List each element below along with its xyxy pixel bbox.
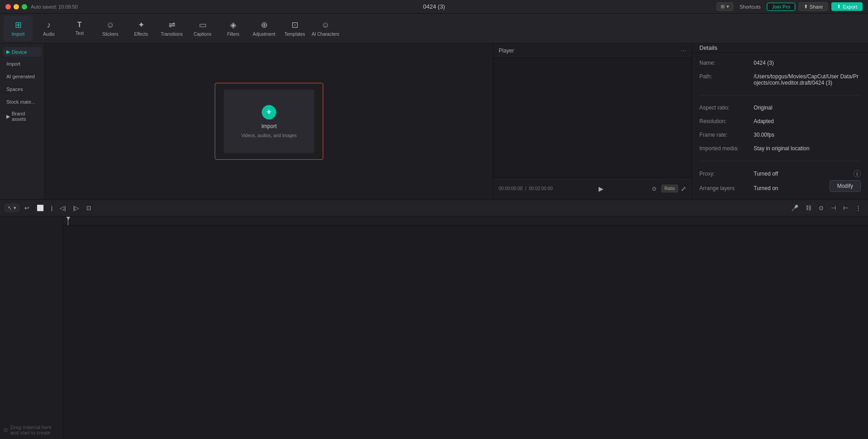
- import-sublabel: Videos, audios, and images: [241, 133, 297, 138]
- tool-import-label: Import: [12, 32, 24, 37]
- transitions-icon: ⇌: [169, 20, 175, 30]
- cursor-icon: ↖: [8, 205, 12, 211]
- minimize-button[interactable]: [14, 4, 19, 10]
- mic-button[interactable]: 🎤: [789, 203, 801, 213]
- detail-framerate-label: Frame rate:: [699, 132, 754, 138]
- sidebar-item-import[interactable]: Import: [3, 58, 42, 69]
- detail-imported-media-row: Imported media: Stay in original locatio…: [699, 145, 861, 152]
- align-button[interactable]: ⊢: [841, 203, 850, 213]
- playhead: [68, 217, 68, 225]
- detail-proxy-value: Turned off: [754, 171, 854, 177]
- detail-imported-media-label: Imported media:: [699, 145, 754, 152]
- tool-templates-label: Templates: [284, 32, 305, 37]
- tool-transitions-label: Transitions: [161, 32, 183, 37]
- tool-effects[interactable]: ✦ Effects: [127, 16, 156, 41]
- delete-button[interactable]: |: [49, 203, 55, 213]
- share-icon: ⬆: [804, 4, 808, 10]
- import-dropzone[interactable]: + Import Videos, audios, and images: [215, 83, 323, 160]
- join-pro-button[interactable]: Join Pro: [767, 3, 795, 11]
- detail-aspect-label: Aspect ratio:: [699, 105, 754, 111]
- drag-hint-label: Drag material here and start to create: [10, 425, 59, 435]
- tool-transitions[interactable]: ⇌ Transitions: [157, 16, 186, 41]
- sidebar-item-brand-assets[interactable]: ▶ Brand assets: [3, 109, 42, 124]
- tool-adjustment[interactable]: ⊕ Adjustment: [250, 16, 278, 41]
- select-tool-dropdown[interactable]: ↖ ▾: [5, 204, 19, 212]
- ratio-button[interactable]: Ratio: [661, 185, 678, 192]
- magnet-button[interactable]: ⊙: [816, 203, 826, 213]
- brand-assets-arrow: ▶: [6, 114, 10, 119]
- detail-divider-2: [699, 161, 861, 161]
- device-arrow: ▶: [6, 49, 10, 55]
- sidebar-item-spaces[interactable]: Spaces: [3, 84, 42, 95]
- player-controls: 00:00:00:00 / 00:02:00:00 ▶ ⊙ Ratio ⤢: [493, 177, 692, 199]
- effects-icon: ✦: [138, 20, 145, 30]
- timeline-tools-right: 🎤 ⛓ ⊙ ⊣ ⊢ ⋮: [789, 203, 863, 213]
- detail-framerate-row: Frame rate: 30.00fps: [699, 132, 861, 138]
- detail-name-row: Name: 0424 (3): [699, 60, 861, 66]
- proxy-info-icon[interactable]: ℹ: [854, 170, 861, 177]
- detail-name-value: 0424 (3): [754, 60, 861, 66]
- tool-audio-label: Audio: [43, 32, 55, 37]
- detail-path-label: Path:: [699, 73, 754, 80]
- stickers-icon: ☺: [106, 20, 114, 30]
- dropdown-chevron: ▾: [14, 205, 16, 211]
- main-content: ▶ Device Import AI generated Spaces Stoc…: [0, 43, 868, 199]
- import-plus-icon[interactable]: +: [262, 105, 276, 119]
- shortcuts-button[interactable]: Shortcuts: [737, 3, 763, 10]
- close-button[interactable]: [5, 4, 11, 10]
- details-header: Details: [692, 43, 868, 52]
- tool-stickers[interactable]: ☺ Stickers: [96, 16, 125, 41]
- detail-aspect-value: Original: [754, 105, 861, 111]
- trim-left-button[interactable]: ◁|: [57, 203, 68, 213]
- player-menu-icon[interactable]: ⋯: [681, 48, 686, 54]
- fullscreen-button[interactable]: ⤢: [681, 185, 686, 192]
- sidebar-item-stock-material[interactable]: Stock mate...: [3, 96, 42, 107]
- sidebar-item-ai-generated[interactable]: AI generated: [3, 71, 42, 82]
- top-bar-left: Auto saved: 10:09:50: [5, 4, 78, 10]
- left-sidebar: ▶ Device Import AI generated Spaces Stoc…: [0, 43, 45, 199]
- layout-button[interactable]: ⊞ ▾: [717, 2, 733, 11]
- sidebar-item-device[interactable]: ▶ Device: [3, 47, 42, 57]
- split-audio-button[interactable]: ⊣: [829, 203, 838, 213]
- details-title: Details: [699, 44, 717, 51]
- tool-ai-characters-label: AI Characters: [311, 32, 339, 37]
- adjustment-icon: ⊕: [261, 20, 268, 30]
- tool-captions[interactable]: ▭ Captions: [188, 16, 217, 41]
- tool-filters-label: Filters: [227, 32, 239, 37]
- tool-filters[interactable]: ◈ Filters: [219, 16, 248, 41]
- share-button[interactable]: ⬆ Share: [799, 2, 828, 11]
- tool-audio[interactable]: ♪ Audio: [34, 16, 63, 41]
- top-bar: Auto saved: 10:09:50 0424 (3) ⊞ ▾ Shortc…: [0, 0, 868, 14]
- export-button[interactable]: ⬆ Export: [831, 2, 863, 11]
- undo-button[interactable]: ↩: [22, 203, 32, 213]
- timeline-ruler: [63, 217, 868, 226]
- detail-imported-media-value: Stay in original location: [754, 145, 861, 152]
- crop-button[interactable]: ⊡: [84, 203, 94, 213]
- trim-right-button[interactable]: |▷: [71, 203, 81, 213]
- import-label: Import: [261, 123, 277, 129]
- tool-text-label: Text: [75, 31, 84, 36]
- toolbar: ⊞ Import ♪ Audio T Text ☺ Stickers ✦ Eff…: [0, 14, 868, 43]
- player-zoom-icon[interactable]: ⊙: [650, 184, 659, 193]
- tool-templates[interactable]: ⊡ Templates: [280, 16, 309, 41]
- timeline-content: ⊡ Drag material here and start to create: [0, 217, 868, 439]
- playhead-arrow: [66, 217, 70, 220]
- drag-hint: ⊡ Drag material here and start to create: [4, 425, 59, 435]
- detail-aspect-row: Aspect ratio: Original: [699, 105, 861, 111]
- timeline-tracks: [63, 217, 868, 439]
- play-button[interactable]: ▶: [596, 183, 607, 194]
- tool-ai-characters[interactable]: ☺ AI Characters: [311, 16, 340, 41]
- split-button[interactable]: ⬜: [34, 203, 46, 213]
- filters-icon: ◈: [230, 20, 236, 30]
- text-icon: T: [77, 21, 82, 29]
- more-options-button[interactable]: ⋮: [853, 203, 863, 213]
- timeline-left-gutter: ⊡ Drag material here and start to create: [0, 217, 63, 439]
- timeline-tools-left: ↖ ▾ ↩ ⬜ | ◁| |▷ ⊡: [5, 203, 94, 213]
- detail-resolution-value: Adapted: [754, 118, 861, 124]
- tool-import[interactable]: ⊞ Import: [4, 16, 33, 41]
- modify-button[interactable]: Modify: [830, 180, 861, 192]
- maximize-button[interactable]: [22, 4, 27, 10]
- link-clip-button[interactable]: ⛓: [803, 203, 814, 213]
- tool-text[interactable]: T Text: [65, 16, 94, 41]
- export-icon: ⬆: [837, 4, 841, 10]
